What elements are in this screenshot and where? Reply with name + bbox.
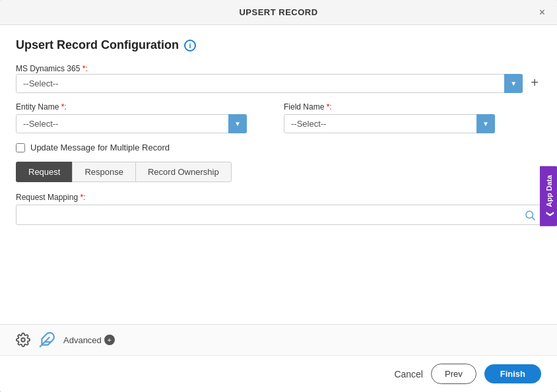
- tabs-row: Request Response Record Ownership: [16, 162, 541, 182]
- ms-dynamics-label: MS Dynamics 365 *:: [16, 64, 541, 73]
- search-icon: [524, 209, 536, 221]
- footer-advanced: Advanced +: [0, 324, 557, 355]
- entity-name-group: Entity Name *: --Select-- ▼: [16, 102, 273, 133]
- svg-line-1: [532, 217, 535, 220]
- request-mapping-section: Request Mapping *:: [16, 193, 541, 225]
- tab-record-ownership[interactable]: Record Ownership: [135, 162, 232, 182]
- svg-point-0: [526, 211, 533, 218]
- gear-button[interactable]: [16, 333, 30, 347]
- footer-actions: Cancel Prev Finish: [0, 355, 557, 392]
- config-title-row: Upsert Record Configuration i: [16, 38, 541, 52]
- close-button[interactable]: ×: [535, 6, 549, 19]
- svg-point-2: [21, 338, 25, 342]
- modal-body: Upsert Record Configuration i MS Dynamic…: [0, 25, 557, 324]
- advanced-label-text: Advanced: [63, 335, 102, 345]
- ms-dynamics-add-button[interactable]: +: [528, 73, 541, 92]
- request-mapping-required: *:: [78, 193, 85, 202]
- ms-dynamics-row: --Select-- ▼ +: [16, 73, 541, 93]
- advanced-plus-icon: +: [104, 335, 115, 345]
- tab-request[interactable]: Request: [16, 162, 72, 182]
- app-data-label: App Data: [545, 175, 553, 207]
- modal-title: UPSERT RECORD: [239, 7, 317, 17]
- ms-dynamics-required: *:: [80, 64, 87, 73]
- finish-button[interactable]: Finish: [484, 364, 541, 383]
- tab-response[interactable]: Response: [72, 162, 135, 182]
- field-name-select-wrapper: --Select-- ▼: [284, 114, 495, 133]
- puzzle-button[interactable]: [38, 331, 55, 348]
- ms-dynamics-label-text: MS Dynamics 365: [16, 64, 80, 73]
- app-data-chevron: ❮: [544, 211, 553, 217]
- field-name-label-text: Field Name: [284, 102, 324, 112]
- update-message-label[interactable]: Update Message for Multiple Record: [30, 143, 170, 152]
- entity-required: *:: [59, 102, 66, 112]
- entity-name-select[interactable]: --Select--: [16, 114, 247, 133]
- request-mapping-input[interactable]: [16, 205, 541, 225]
- app-data-side-panel: ❮ App Data: [540, 166, 557, 226]
- request-mapping-label-text: Request Mapping: [16, 193, 78, 202]
- app-data-tab[interactable]: ❮ App Data: [540, 166, 557, 226]
- cancel-button[interactable]: Cancel: [394, 369, 423, 379]
- ms-dynamics-select-wrapper: --Select-- ▼: [16, 74, 523, 93]
- gear-icon: [16, 333, 30, 347]
- field-name-group: Field Name *: --Select-- ▼: [284, 102, 541, 133]
- update-message-row: Update Message for Multiple Record: [16, 143, 541, 152]
- entity-name-label: Entity Name *:: [16, 102, 273, 112]
- entity-name-select-wrapper: --Select-- ▼: [16, 114, 247, 133]
- request-mapping-input-wrapper: [16, 205, 541, 225]
- ms-dynamics-select[interactable]: --Select--: [16, 74, 523, 93]
- field-name-label: Field Name *:: [284, 102, 541, 112]
- modal-titlebar: UPSERT RECORD ×: [0, 0, 557, 25]
- puzzle-icon: [38, 331, 55, 348]
- advanced-label[interactable]: Advanced +: [63, 335, 115, 345]
- info-icon[interactable]: i: [184, 40, 196, 51]
- update-message-checkbox[interactable]: [16, 143, 25, 152]
- entity-name-label-text: Entity Name: [16, 102, 59, 112]
- request-mapping-label: Request Mapping *:: [16, 193, 541, 202]
- request-mapping-search-button[interactable]: [524, 209, 536, 221]
- entity-field-row: Entity Name *: --Select-- ▼ Field Name *…: [16, 102, 541, 133]
- config-title-text: Upsert Record Configuration: [16, 38, 179, 52]
- field-name-select[interactable]: --Select--: [284, 114, 495, 133]
- prev-button[interactable]: Prev: [431, 364, 476, 384]
- upsert-record-modal: UPSERT RECORD × Upsert Record Configurat…: [0, 0, 557, 392]
- field-required: *:: [324, 102, 331, 112]
